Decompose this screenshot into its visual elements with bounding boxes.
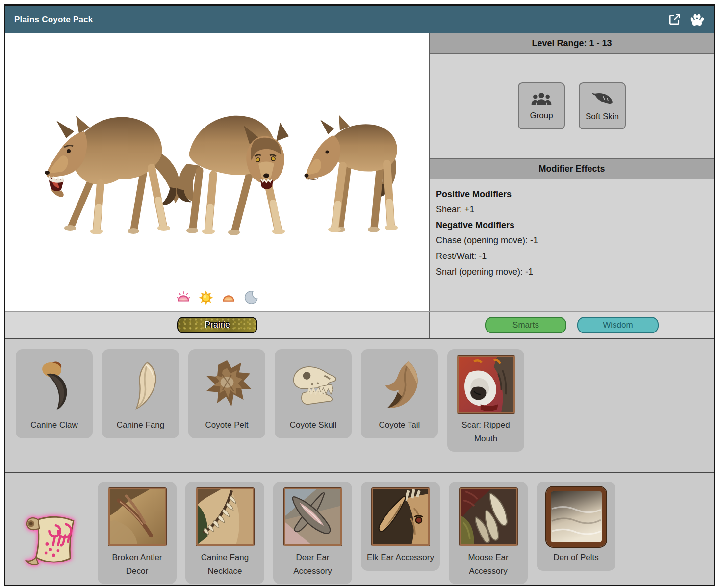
item-label: Coyote Tail (365, 418, 434, 432)
feather-icon (590, 90, 614, 109)
item-card-coyote-skull[interactable]: Coyote Skull (275, 349, 352, 438)
coyote-pelt-image (192, 355, 261, 414)
canine-fang-necklace-image (189, 487, 260, 547)
coyote-right (305, 115, 398, 232)
stat-wisdom-button[interactable]: Wisdom (577, 317, 659, 333)
decor-label: Canine Fang Necklace (189, 551, 260, 578)
item-card-canine-claw[interactable]: Canine Claw (16, 349, 93, 438)
canine-claw-image (20, 355, 89, 414)
coyote-middle (177, 116, 289, 235)
decor-label: Den of Pelts (540, 551, 612, 564)
item-label: Canine Fang (106, 418, 175, 432)
biome-button[interactable]: Prairie (177, 317, 257, 333)
sunset-icon (221, 290, 236, 305)
modifier-effects-bar: Modifier Effects (430, 159, 714, 179)
level-range-text: Level Range: 1 - 13 (532, 38, 612, 49)
active-times (176, 290, 258, 305)
item-label: Scar: Ripped Mouth (451, 418, 520, 445)
modifier-line: Shear: +1 (436, 205, 708, 215)
trait-group-button[interactable]: Group (518, 82, 565, 129)
item-card-canine-fang[interactable]: Canine Fang (102, 349, 179, 438)
decor-card-broken-antler[interactable]: Broken Antler Decor (98, 482, 177, 584)
main-row: Level Range: 1 - 13 Group (5, 33, 714, 311)
trait-soft-skin-label: Soft Skin (586, 112, 619, 122)
trait-group-label: Group (530, 111, 553, 121)
decor-card-moose-ear[interactable]: Moose Ear Accessory (449, 482, 528, 584)
scar-ripped-mouth-image (451, 355, 520, 414)
modifier-line: Snarl (opening move): -1 (436, 267, 708, 277)
coyote-skull-image (279, 355, 348, 414)
decor-label: Elk Ear Accessory (365, 551, 436, 564)
group-icon (531, 91, 552, 108)
modifier-effects-body: Positive Modifiers Shear: +1 Negative Mo… (430, 179, 714, 311)
item-card-scar-ripped-mouth[interactable]: Scar: Ripped Mouth (447, 349, 524, 452)
item-label: Coyote Pelt (192, 418, 261, 432)
den-of-pelts-image (540, 487, 612, 547)
decor-card-elk-ear[interactable]: Elk Ear Accessory (361, 482, 440, 571)
item-drops-section: Canine Claw Canine Fang C (5, 339, 714, 473)
coyote-left (45, 116, 180, 234)
title-bar: Plains Coyote Pack (5, 6, 714, 33)
deer-ear-accessory-image (277, 487, 348, 547)
trait-soft-skin-button[interactable]: Soft Skin (579, 82, 626, 129)
external-link-icon[interactable] (666, 12, 682, 27)
negative-modifiers-header: Negative Modifiers (436, 220, 708, 230)
positive-modifiers-header: Positive Modifiers (436, 189, 708, 200)
sun-icon (199, 290, 213, 305)
decor-card-den-of-pelts[interactable]: Den of Pelts (537, 482, 615, 571)
broken-antler-image (102, 487, 173, 547)
modifier-line: Rest/Wait: -1 (436, 251, 708, 261)
recipe-scroll-icon[interactable] (15, 511, 89, 569)
coyote-tail-image (365, 355, 434, 414)
canine-fang-image (106, 355, 175, 414)
item-label: Coyote Skull (279, 418, 348, 432)
decor-drops-section: Broken Antler Decor (5, 473, 714, 585)
modifier-effects-title: Modifier Effects (538, 164, 605, 174)
stat-smarts-button[interactable]: Smarts (485, 317, 566, 333)
level-range-bar: Level Range: 1 - 13 (430, 33, 714, 54)
modifier-line: Chase (opening move): -1 (436, 235, 708, 246)
biome-strip: Prairie (5, 312, 429, 338)
decor-label: Moose Ear Accessory (453, 551, 524, 578)
item-label: Canine Claw (20, 418, 89, 432)
item-card-coyote-pelt[interactable]: Coyote Pelt (188, 349, 265, 438)
strip-row: Prairie Smarts Wisdom (5, 311, 714, 339)
decor-label: Deer Ear Accessory (277, 551, 348, 578)
moon-icon (244, 290, 258, 305)
moose-ear-accessory-image (453, 487, 524, 547)
page-title: Plains Coyote Pack (14, 15, 93, 25)
paw-icon[interactable] (689, 12, 705, 27)
traits-section: Group Soft Skin (430, 54, 714, 159)
decor-card-canine-fang-necklace[interactable]: Canine Fang Necklace (185, 482, 264, 584)
decor-label: Broken Antler Decor (102, 551, 173, 578)
coyote-pack-illustration (31, 106, 404, 253)
stats-strip: Smarts Wisdom (429, 312, 714, 338)
encounter-panel: Level Range: 1 - 13 Group (429, 33, 714, 311)
item-card-coyote-tail[interactable]: Coyote Tail (361, 349, 438, 438)
biome-label: Prairie (205, 320, 230, 330)
enemy-stage (5, 33, 429, 311)
app-window: Plains Coyote Pack (4, 4, 715, 586)
sunrise-icon (176, 290, 191, 305)
decor-card-deer-ear[interactable]: Deer Ear Accessory (273, 482, 352, 584)
elk-ear-accessory-image (365, 487, 436, 547)
